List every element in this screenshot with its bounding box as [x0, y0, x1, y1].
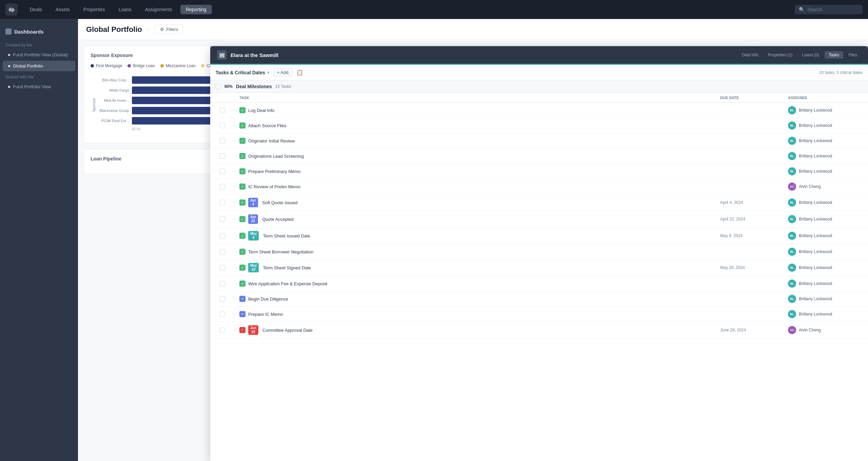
checkbox[interactable] — [220, 311, 225, 317]
task-status-icon: ✓ — [239, 249, 245, 255]
row-star[interactable]: ☆ — [229, 154, 239, 158]
nav-assignments[interactable]: Assignments — [140, 5, 178, 14]
checkbox[interactable] — [220, 296, 225, 302]
assignee-avatar: BL — [788, 232, 796, 240]
tab-files[interactable]: Files — [845, 51, 861, 59]
row-checkbox[interactable] — [216, 169, 229, 174]
task-status-icon: ✓ — [239, 216, 245, 222]
tab-properties[interactable]: Properties (1) — [764, 51, 797, 59]
task-assignee: BL Brittany Lockwood — [788, 310, 863, 318]
checkbox[interactable] — [220, 249, 225, 254]
row-star[interactable]: ☆ — [229, 200, 239, 205]
app-logo[interactable]: dp — [5, 3, 18, 16]
tasks-content[interactable]: 80% Deal Milestones 15 Tasks Task Due Da… — [210, 80, 868, 461]
checkbox[interactable] — [220, 108, 225, 113]
row-star[interactable]: ☆ — [229, 296, 239, 301]
nav-properties[interactable]: Properties — [78, 5, 111, 14]
checkbox[interactable] — [220, 184, 225, 189]
row-star[interactable]: ☆ — [229, 312, 239, 316]
nav-reporting[interactable]: Reporting — [180, 5, 212, 14]
row-star[interactable]: ☆ — [229, 217, 239, 222]
checkbox[interactable] — [220, 153, 225, 159]
row-checkbox[interactable] — [216, 200, 229, 205]
row-checkbox[interactable] — [216, 249, 229, 254]
row-star[interactable]: ☆ — [229, 281, 239, 286]
item-label: Fund Portfolio View — [13, 84, 51, 89]
assignee-name: Brittany Lockwood — [799, 281, 832, 286]
row-star[interactable]: ☆ — [229, 169, 239, 174]
sidebar-item-global-portfolio[interactable]: Global Portfolio — [3, 61, 75, 71]
row-star[interactable]: ☆ — [229, 328, 239, 332]
badge-month: May — [250, 232, 257, 236]
sidebar-item-fund-portfolio-view[interactable]: Fund Portfolio View — [3, 81, 75, 92]
task-row: ☆ ✓ IC Review of Prelim Memo AC Alvin Ch… — [210, 179, 868, 194]
task-assignee: BL Brittany Lockwood — [788, 232, 863, 240]
badge-day: 28 — [251, 330, 255, 334]
row-checkbox[interactable] — [216, 216, 229, 222]
task-name: Term Sheet Signed Date — [263, 265, 311, 270]
tab-loans[interactable]: Loans (0) — [798, 51, 823, 59]
nav-loans[interactable]: Loans — [113, 5, 137, 14]
task-name: IC Review of Prelim Memo — [248, 184, 300, 189]
row-star[interactable]: ☆ — [229, 265, 239, 270]
nav-assets[interactable]: Assets — [50, 5, 75, 14]
row-star[interactable]: ☆ — [229, 249, 239, 254]
tasks-table-header: Task Due Date Assignee — [210, 93, 868, 103]
bar-label: PGIM Real Est... — [99, 119, 129, 123]
checkbox[interactable] — [220, 327, 225, 333]
task-row: ☆ •• Begin Due Diligence BL Brittany Loc… — [210, 291, 868, 307]
row-star[interactable]: ☆ — [229, 123, 239, 128]
row-checkbox[interactable] — [216, 233, 229, 238]
row-checkbox[interactable] — [216, 296, 229, 302]
bar-label: MetLife Inves... — [99, 98, 129, 102]
tab-deal-info[interactable]: Deal Info — [738, 51, 763, 59]
task-assignee: BL Brittany Lockwood — [788, 280, 863, 288]
task-row: ☆ ✓ Originator Initial Review BL Brittan… — [210, 133, 868, 149]
assignee-name: Brittany Lockwood — [799, 249, 832, 254]
select-all-checkbox[interactable] — [216, 84, 221, 89]
row-checkbox[interactable] — [216, 327, 229, 333]
checkbox[interactable] — [220, 138, 225, 143]
task-name: Log Deal Info — [248, 108, 274, 113]
checkbox[interactable] — [220, 233, 225, 238]
tasks-title-text: Tasks & Critical Dates — [216, 70, 265, 75]
row-checkbox[interactable] — [216, 265, 229, 270]
task-assignee: BL Brittany Lockwood — [788, 121, 863, 130]
row-checkbox[interactable] — [216, 281, 229, 286]
checkbox[interactable] — [220, 265, 225, 270]
row-star[interactable]: ☆ — [229, 108, 239, 113]
task-assignee: BL Brittany Lockwood — [788, 167, 863, 175]
row-checkbox[interactable] — [216, 108, 229, 113]
row-star[interactable]: ☆ — [229, 233, 239, 238]
task-name: Attach Source Files — [248, 123, 287, 128]
filters-button[interactable]: ⚙ Filters — [155, 24, 183, 34]
assignee-avatar: BL — [788, 215, 796, 223]
assignee-avatar: BL — [788, 248, 796, 256]
tasks-section-title: Tasks & Critical Dates ▾ — [216, 70, 269, 75]
add-button[interactable]: + Add — [273, 68, 292, 77]
task-cell: ✓ Wire Application Fee & Expense Deposit — [239, 281, 720, 287]
legend-label: Bridge Loan — [133, 63, 155, 68]
row-checkbox[interactable] — [216, 184, 229, 189]
item-dot — [8, 86, 10, 88]
checkbox[interactable] — [220, 200, 225, 205]
favorite-icon[interactable]: ☆ — [146, 26, 151, 33]
search-bar[interactable]: 🔍 Search — [795, 5, 863, 14]
tasks-meta-text: 10 tasks, 5 critical dates — [819, 70, 863, 75]
row-star[interactable]: ☆ — [229, 184, 239, 189]
row-checkbox[interactable] — [216, 123, 229, 128]
task-row: ☆ ✓ Apr 22 Quote Accepted April 22, 2024… — [210, 211, 868, 228]
row-checkbox[interactable] — [216, 138, 229, 143]
row-checkbox[interactable] — [216, 153, 229, 159]
checkbox[interactable] — [220, 281, 225, 286]
tab-tasks[interactable]: Tasks — [825, 51, 843, 59]
sidebar-item-fund-portfolio-global[interactable]: Fund Portfolio View (Global) — [3, 50, 75, 60]
checkbox[interactable] — [220, 169, 225, 174]
tasks-toolbar: Tasks & Critical Dates ▾ + Add 📋 10 task… — [210, 64, 868, 80]
row-star[interactable]: ☆ — [229, 138, 239, 143]
nav-deals[interactable]: Deals — [24, 5, 47, 14]
row-checkbox[interactable] — [216, 311, 229, 317]
checkbox[interactable] — [220, 216, 225, 222]
task-name: Prepare IC Memo — [248, 312, 283, 317]
checkbox[interactable] — [220, 123, 225, 128]
